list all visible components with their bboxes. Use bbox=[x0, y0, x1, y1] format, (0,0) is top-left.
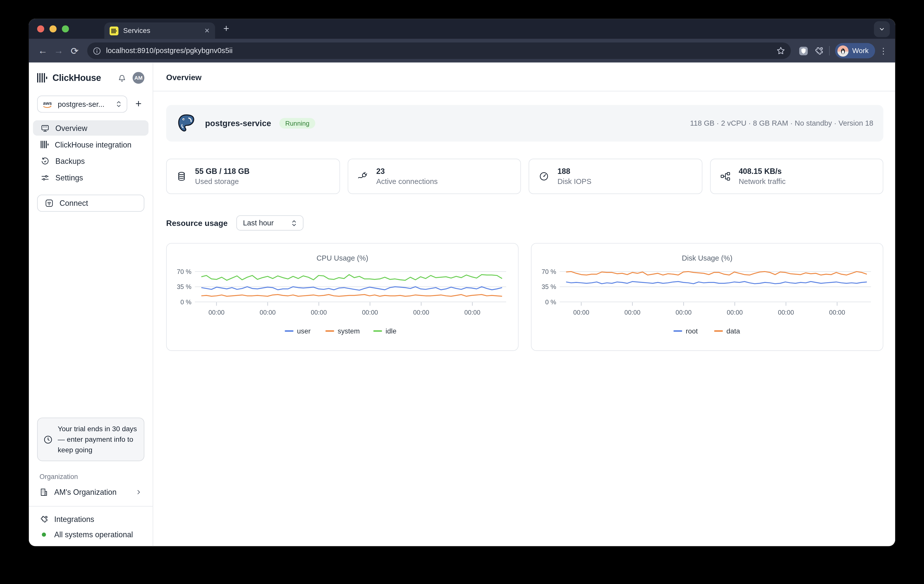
x-tick-label: 00:00 bbox=[573, 309, 589, 316]
stat-card-used-storage: 55 GB / 118 GB Used storage bbox=[166, 159, 340, 194]
page-title: Overview bbox=[153, 63, 895, 91]
sidebar-item-label: ClickHouse integration bbox=[55, 140, 131, 149]
extensions-puzzle-icon[interactable] bbox=[811, 43, 826, 58]
site-info-icon[interactable] bbox=[92, 46, 101, 55]
sidebar-nav: Overview ClickHouse integration Backups … bbox=[33, 120, 148, 185]
new-tab-button[interactable]: + bbox=[223, 23, 229, 35]
stat-content: 188 Disk IOPS bbox=[558, 167, 591, 186]
cpu-usage-chart-panel: CPU Usage (%)0 %35 %70 %00:0000:0000:000… bbox=[166, 243, 518, 351]
bookmark-star-icon[interactable] bbox=[776, 46, 785, 56]
forward-button[interactable]: → bbox=[51, 45, 66, 56]
shield-extension-icon[interactable] bbox=[796, 43, 811, 58]
service-name: postgres-service bbox=[205, 119, 271, 128]
integrations-link[interactable]: Integrations bbox=[37, 515, 144, 524]
chevron-right-icon bbox=[135, 489, 142, 496]
stat-label: Disk IOPS bbox=[558, 177, 591, 186]
selected-service: postgres-ser... bbox=[58, 100, 111, 108]
stat-value: 23 bbox=[376, 167, 438, 175]
history-icon bbox=[41, 157, 50, 165]
trial-notice: Your trial ends in 30 days — enter payme… bbox=[37, 418, 144, 462]
legend-label-system: system bbox=[338, 327, 360, 335]
sidebar-item-backups[interactable]: Backups bbox=[33, 153, 148, 169]
address-bar[interactable]: localhost:8910/postgres/pgkybgnv0s5ii bbox=[87, 43, 791, 59]
close-window-button[interactable] bbox=[37, 25, 44, 32]
sidebar: ClickHouse AM aws postgres-ser... + bbox=[29, 63, 153, 546]
y-tick-label: 0 % bbox=[180, 299, 191, 306]
minimize-window-button[interactable] bbox=[50, 25, 56, 32]
x-tick-label: 00:00 bbox=[676, 309, 692, 316]
tab-title: Services bbox=[123, 26, 200, 35]
sidebar-item-label: Backups bbox=[56, 157, 85, 165]
x-tick-label: 00:00 bbox=[464, 309, 480, 316]
clickhouse-logo-icon bbox=[37, 73, 48, 83]
chevron-updown-icon bbox=[291, 219, 297, 227]
stat-content: 55 GB / 118 GB Used storage bbox=[195, 167, 249, 186]
browser-toolbar: ← → ⟳ localhost:8910/postgres/pgkybgnv0s… bbox=[29, 39, 895, 63]
service-select-dropdown[interactable]: aws postgres-ser... bbox=[37, 96, 127, 112]
profile-button[interactable]: Work bbox=[835, 43, 875, 58]
tab-search-chevron-icon[interactable] bbox=[874, 21, 890, 37]
time-range-select[interactable]: Last hour bbox=[236, 215, 304, 231]
connect-button[interactable]: Connect bbox=[37, 195, 144, 212]
x-tick-label: 00:00 bbox=[727, 309, 743, 316]
legend-swatch-data bbox=[714, 330, 723, 332]
legend-label-idle: idle bbox=[386, 327, 396, 335]
legend-swatch-user bbox=[285, 330, 294, 332]
sidebar-item-overview[interactable]: Overview bbox=[33, 120, 148, 136]
stat-value: 188 bbox=[558, 167, 591, 175]
svg-text:aws: aws bbox=[43, 100, 52, 106]
browser-menu-icon[interactable]: ⋮ bbox=[878, 46, 889, 56]
x-tick-label: 00:00 bbox=[624, 309, 640, 316]
legend-label-root: root bbox=[686, 327, 698, 335]
zoom-window-button[interactable] bbox=[62, 25, 69, 32]
x-tick-label: 00:00 bbox=[208, 309, 224, 316]
database-icon bbox=[176, 171, 187, 182]
chart-title: CPU Usage (%) bbox=[316, 254, 368, 262]
x-tick-label: 00:00 bbox=[260, 309, 276, 316]
status-badge: Running bbox=[279, 118, 315, 128]
organization-row[interactable]: AM's Organization bbox=[37, 488, 144, 496]
window-controls bbox=[37, 25, 69, 32]
y-tick-label: 70 % bbox=[177, 268, 191, 275]
integrations-label: Integrations bbox=[54, 515, 94, 524]
add-service-button[interactable]: + bbox=[132, 98, 144, 110]
profile-avatar bbox=[838, 45, 849, 56]
legend-swatch-idle bbox=[373, 330, 382, 332]
legend-label-user: user bbox=[297, 327, 310, 335]
notifications-bell-icon[interactable] bbox=[117, 73, 127, 83]
profile-label: Work bbox=[852, 46, 868, 55]
organization-section-label: Organization bbox=[37, 473, 144, 480]
charts-row: CPU Usage (%)0 %35 %70 %00:0000:0000:000… bbox=[166, 243, 883, 351]
legend-swatch-system bbox=[325, 330, 334, 332]
user-avatar[interactable]: AM bbox=[132, 72, 144, 84]
disk-usage-chart: Disk Usage (%)0 %35 %70 %00:0000:0000:00… bbox=[531, 243, 883, 350]
url-text[interactable]: localhost:8910/postgres/pgkybgnv0s5ii bbox=[106, 46, 771, 55]
monitor-icon bbox=[41, 124, 50, 132]
connect-label: Connect bbox=[59, 199, 88, 208]
browser-tab-services[interactable]: Services ✕ bbox=[104, 22, 215, 39]
browser-window: Services ✕ + ← → ⟳ localhost:8910/postgr… bbox=[29, 19, 895, 546]
screen: Services ✕ + ← → ⟳ localhost:8910/postgr… bbox=[0, 0, 924, 584]
network-icon bbox=[720, 171, 730, 182]
system-status-link[interactable]: All systems operational bbox=[37, 530, 144, 539]
stat-label: Used storage bbox=[195, 177, 249, 186]
tab-close-icon[interactable]: ✕ bbox=[205, 27, 210, 35]
service-specs: 118 GB · 2 vCPU · 8 GB RAM · No standby … bbox=[690, 119, 873, 127]
x-tick-label: 00:00 bbox=[362, 309, 378, 316]
reload-button[interactable]: ⟳ bbox=[66, 45, 82, 56]
connect-icon bbox=[45, 199, 53, 208]
sidebar-item-settings[interactable]: Settings bbox=[33, 170, 148, 185]
y-tick-label: 35 % bbox=[177, 283, 191, 290]
postgres-logo bbox=[176, 113, 196, 134]
stat-content: 23 Active connections bbox=[376, 167, 438, 186]
resource-usage-title: Resource usage bbox=[166, 218, 228, 227]
series-idle bbox=[201, 275, 502, 280]
stat-card-disk-iops: 188 Disk IOPS bbox=[528, 159, 702, 194]
stat-label: Active connections bbox=[376, 177, 438, 186]
stat-value: 55 GB / 118 GB bbox=[195, 167, 249, 175]
sidebar-item-clickhouse-integration[interactable]: ClickHouse integration bbox=[33, 137, 148, 152]
legend-swatch-root bbox=[673, 330, 682, 332]
back-button[interactable]: ← bbox=[35, 45, 51, 56]
puzzle-icon bbox=[40, 515, 48, 524]
stats-row: 55 GB / 118 GB Used storage 23 Active co… bbox=[166, 159, 883, 194]
